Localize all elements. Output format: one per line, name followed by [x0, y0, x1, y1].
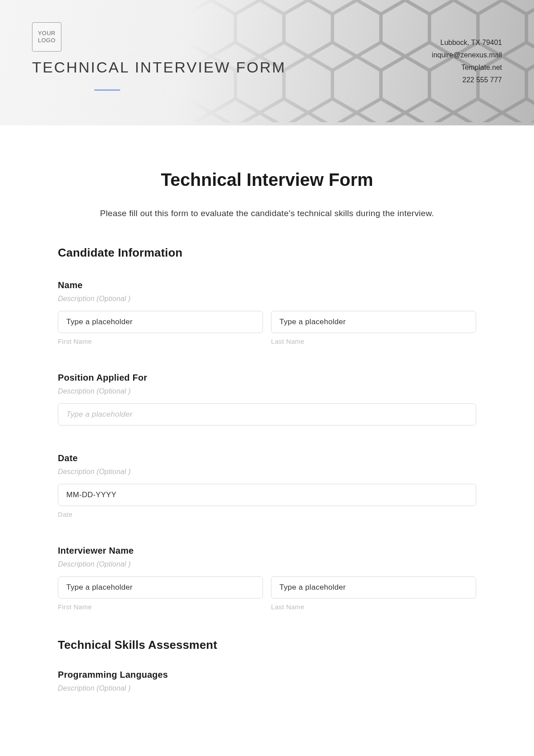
sublabel-date: Date	[58, 511, 476, 518]
position-input[interactable]	[58, 403, 476, 426]
page-title: Technical Interview Form	[58, 170, 476, 190]
field-programming: Programming Languages Description (Optio…	[58, 670, 476, 692]
field-date: Date Description (Optional ) Date	[58, 453, 476, 518]
desc-name: Description (Optional )	[58, 295, 476, 303]
contact-phone: 222 555 777	[432, 74, 502, 86]
label-name: Name	[58, 280, 476, 290]
contact-block: Lubbock, TX 79401 inquire@zenexus.mail T…	[432, 36, 502, 86]
desc-date: Description (Optional )	[58, 468, 476, 476]
contact-address: Lubbock, TX 79401	[432, 36, 502, 49]
sublabel-last-name: Last Name	[271, 338, 476, 345]
banner-underline	[94, 89, 120, 91]
desc-interviewer: Description (Optional )	[58, 560, 476, 568]
contact-site: Template.net	[432, 61, 502, 74]
last-name-input[interactable]	[271, 311, 476, 333]
date-input[interactable]	[58, 484, 476, 506]
sublabel-interviewer-last: Last Name	[271, 603, 476, 611]
header-banner: YOUR LOGO TECHNICAL INTERVIEW FORM Lubbo…	[0, 0, 534, 125]
section-skills-assessment: Technical Skills Assessment	[58, 638, 476, 652]
first-name-input[interactable]	[58, 311, 263, 333]
field-name: Name Description (Optional ) First Name …	[58, 280, 476, 345]
section-candidate-info: Candidate Information	[58, 246, 476, 260]
label-interviewer: Interviewer Name	[58, 546, 476, 556]
desc-position: Description (Optional )	[58, 387, 476, 395]
sublabel-first-name: First Name	[58, 338, 263, 345]
form-content: Technical Interview Form Please fill out…	[0, 125, 534, 718]
field-interviewer: Interviewer Name Description (Optional )…	[58, 546, 476, 611]
logo-placeholder: YOUR LOGO	[32, 22, 61, 52]
field-position: Position Applied For Description (Option…	[58, 373, 476, 426]
sublabel-interviewer-first: First Name	[58, 603, 263, 611]
interviewer-last-input[interactable]	[271, 576, 476, 599]
label-programming: Programming Languages	[58, 670, 476, 680]
intro-text: Please fill out this form to evaluate th…	[58, 209, 476, 218]
contact-email: inquire@zenexus.mail	[432, 49, 502, 61]
label-date: Date	[58, 453, 476, 463]
desc-programming: Description (Optional )	[58, 684, 476, 692]
interviewer-first-input[interactable]	[58, 576, 263, 599]
label-position: Position Applied For	[58, 373, 476, 383]
